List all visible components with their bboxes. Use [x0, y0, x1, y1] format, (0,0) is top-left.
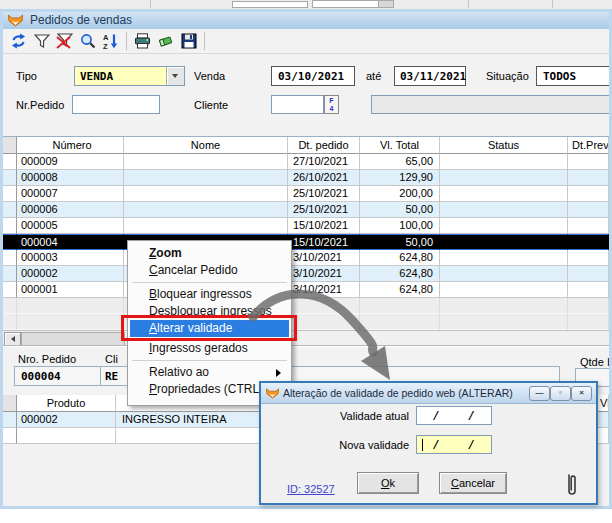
window-titlebar[interactable]: Pedidos de vendas [0, 9, 612, 30]
submenu-arrow-icon [276, 369, 281, 377]
dialog-alteracao-validade: Alteração de validade de pedido web (ALT… [259, 381, 598, 505]
column-header[interactable]: Vl. Total [360, 137, 440, 154]
tipo-value: VENDA [80, 70, 113, 83]
nova-validade-input[interactable]: / / [416, 435, 492, 454]
erase-icon[interactable] [154, 31, 177, 52]
column-header[interactable]: Dt.Prev [568, 137, 609, 154]
ok-button[interactable]: Ok [357, 472, 419, 494]
divider [150, 0, 151, 8]
table-row[interactable]: 000008 26/10/2021 129,90 [3, 170, 609, 186]
empty-row [3, 314, 609, 330]
save-icon[interactable] [177, 31, 200, 52]
arrow-left-icon [11, 336, 15, 342]
dialog-titlebar[interactable]: Alteração de validade de pedido web (ALT… [261, 383, 596, 404]
table-row[interactable]: 000001 3/10/2021 624,80 [3, 282, 609, 298]
table-row[interactable]: 000003 3/10/2021 624,80 [3, 250, 609, 266]
svg-text:Z: Z [103, 42, 108, 50]
date-from-value: 03/10/2021 [278, 70, 344, 83]
cliente-label: Cliente [194, 99, 228, 111]
table-row[interactable]: 000002 3/10/2021 624,80 [3, 266, 609, 282]
menu-item-zoom[interactable]: Zoom [130, 245, 289, 262]
menu-item-cancelar-pedido[interactable]: Cancelar Pedido [130, 262, 289, 279]
minimize-button[interactable]: — [529, 386, 550, 401]
menu-separator [132, 360, 287, 361]
scroll-left-button[interactable] [4, 332, 21, 346]
current-row-marker-icon [6, 239, 12, 247]
nro-pedido-field: 000004 [14, 366, 102, 386]
cliente-nome-display [371, 95, 610, 114]
date-to-value: 03/11/2021 [400, 70, 466, 83]
table-row[interactable]: 000007 25/10/2021 200,00 [3, 186, 609, 202]
background-combo [312, 0, 394, 8]
clear-filter-icon[interactable] [53, 31, 76, 52]
nro-pedido-label: Nro. Pedido [18, 353, 76, 365]
toolbar: A Z [3, 29, 609, 54]
situacao-value: TODOS [543, 70, 576, 83]
cliente-detail-label: Cli [105, 353, 118, 365]
orders-header-row: Número Nome Dt. pedido Vl. Total Status … [3, 137, 609, 154]
filter-icon[interactable] [30, 31, 53, 52]
validade-atual-field: / / [416, 406, 492, 425]
tipo-label: Tipo [16, 70, 37, 82]
date-to-field[interactable]: 03/11/2021 [394, 66, 466, 86]
divider [468, 0, 469, 8]
table-row[interactable]: 000005 15/10/2021 100,00 [3, 218, 609, 234]
tipo-combobox[interactable]: VENDA [74, 66, 185, 86]
table-row[interactable]: 000006 25/10/2021 50,00 [3, 202, 609, 218]
refresh-icon[interactable] [7, 31, 30, 52]
id-link[interactable]: ID: 32527 [287, 483, 335, 495]
nova-validade-label: Nova validade [321, 439, 409, 451]
empty-row [3, 298, 609, 314]
maximize-button[interactable]: ▫ [550, 386, 571, 401]
chevron-down-icon[interactable] [166, 67, 184, 85]
column-header[interactable]: Número [17, 137, 124, 154]
search-icon[interactable] [76, 31, 99, 52]
window-title: Pedidos de vendas [30, 13, 132, 27]
menu-separator [132, 282, 287, 283]
text-cursor [422, 439, 423, 451]
scroll-thumb[interactable] [21, 332, 125, 346]
table-row-selected[interactable]: 000004 15/10/2021 50,00 [3, 234, 609, 250]
dialog-fox-icon [266, 387, 279, 399]
screenshot-root: { "window": { "title": "Pedidos de venda… [0, 0, 612, 523]
menu-item-relativo-ao[interactable]: Relativo ao [130, 364, 289, 381]
print-icon[interactable] [131, 31, 154, 52]
f4-icon: F 4 [325, 97, 338, 113]
sort-az-icon[interactable]: A Z [99, 31, 122, 52]
menu-item-ingressos-gerados[interactable]: Ingressos gerados [130, 340, 289, 357]
cliente-input[interactable] [271, 95, 324, 114]
app-fox-icon [8, 13, 23, 27]
close-button[interactable]: × [571, 386, 592, 401]
venda-label: Venda [194, 70, 225, 82]
filter-panel: Tipo VENDA Venda 03/10/2021 até 03/11/20… [3, 54, 609, 137]
dialog-title: Alteração de validade de pedido web (ALT… [283, 387, 513, 399]
paperclip-icon [565, 471, 579, 499]
nr-pedido-label: Nr.Pedido [16, 99, 64, 111]
toolbar-separator [204, 32, 205, 50]
menu-item-bloquear-ingressos[interactable]: Bloquear ingressos [130, 286, 289, 303]
column-header[interactable]: Produto [17, 395, 116, 412]
qtde-itens-label: Qtde It [580, 356, 612, 368]
cliente-lookup-button[interactable]: F 4 [324, 95, 339, 114]
column-header[interactable]: Dt. pedido [288, 137, 360, 154]
grid-corner [3, 137, 17, 154]
situacao-label: Situação [486, 70, 529, 82]
ate-label: até [366, 70, 381, 82]
cancelar-button[interactable]: Cancelar [439, 472, 507, 494]
background-field [232, 1, 308, 8]
horizontal-scrollbar[interactable] [3, 330, 609, 345]
situacao-field[interactable]: TODOS [536, 66, 610, 86]
nr-pedido-input[interactable] [72, 95, 160, 114]
annotation-red-box [121, 315, 297, 341]
date-from-field[interactable]: 03/10/2021 [271, 66, 355, 86]
validade-atual-label: Validade atual [321, 410, 409, 422]
divider [552, 0, 553, 8]
column-header[interactable]: Status [440, 137, 568, 154]
column-header[interactable]: Nome [124, 137, 288, 154]
toolbar-separator [126, 32, 127, 50]
table-row[interactable]: 000009 27/10/2021 65,00 [3, 154, 609, 170]
